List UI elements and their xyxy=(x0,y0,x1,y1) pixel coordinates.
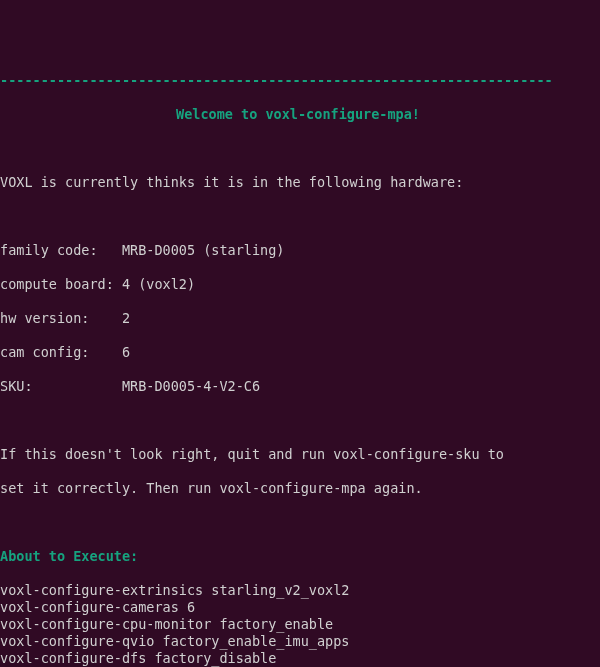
hw-compute-board: compute board: 4 (voxl2) xyxy=(0,276,596,293)
hw-cam-config: cam config: 6 xyxy=(0,344,596,361)
command-line: voxl-configure-qvio factory_enable_imu_a… xyxy=(0,633,596,650)
warn-line-2: set it correctly. Then run voxl-configur… xyxy=(0,480,596,497)
command-line: voxl-configure-cameras 6 xyxy=(0,599,596,616)
welcome-title: Welcome to voxl-configure-mpa! xyxy=(0,106,596,123)
divider-dashes: ----------------------------------------… xyxy=(0,72,596,89)
warn-line-1: If this doesn't look right, quit and run… xyxy=(0,446,596,463)
command-line: voxl-configure-extrinsics starling_v2_vo… xyxy=(0,582,596,599)
about-to-execute-header: About to Execute: xyxy=(0,548,596,565)
blank-line xyxy=(0,208,596,225)
command-line: voxl-configure-cpu-monitor factory_enabl… xyxy=(0,616,596,633)
blank-line xyxy=(0,412,596,429)
hw-family-code: family code: MRB-D0005 (starling) xyxy=(0,242,596,259)
blank-line xyxy=(0,140,596,157)
blank-line xyxy=(0,514,596,531)
command-list: voxl-configure-extrinsics starling_v2_vo… xyxy=(0,582,596,667)
hw-sku: SKU: MRB-D0005-4-V2-C6 xyxy=(0,378,596,395)
hw-version: hw version: 2 xyxy=(0,310,596,327)
command-line: voxl-configure-dfs factory_disable xyxy=(0,650,596,667)
intro-line: VOXL is currently thinks it is in the fo… xyxy=(0,174,596,191)
